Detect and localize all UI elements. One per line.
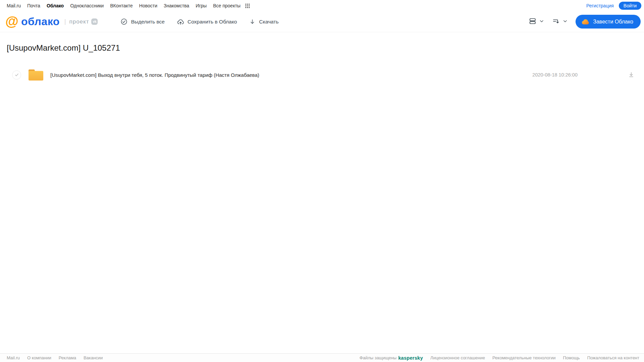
select-all-label: Выделить все [131, 19, 164, 25]
footer-link-help[interactable]: Помощь [563, 355, 580, 360]
view-mode-dropdown[interactable] [529, 17, 544, 27]
portal-link-mailru[interactable]: Mail.ru [7, 3, 21, 8]
header-controls: Завести Облако [529, 15, 641, 29]
portal-link-igry[interactable]: Игры [196, 3, 207, 8]
download-button[interactable]: Скачать [249, 18, 279, 25]
file-name[interactable]: [UsupovMarket.com] Выход внутри тебя, 5 … [50, 72, 259, 78]
footer-link-ads[interactable]: Реклама [59, 355, 76, 360]
vk-badge-icon: vk [91, 18, 98, 25]
save-to-cloud-button[interactable]: Сохранить в Облако [177, 18, 237, 25]
portal-navbar: Mail.ru Почта Облако Одноклассники ВКонт… [0, 0, 644, 11]
cloud-logo[interactable]: @ облако | проект vk [5, 15, 98, 28]
portal-link-odnoklassniki[interactable]: Одноклассники [70, 3, 104, 8]
portal-link-vkontakte[interactable]: ВКонтакте [110, 3, 133, 8]
sort-dropdown[interactable] [552, 17, 567, 27]
create-cloud-button[interactable]: Завести Облако [576, 15, 641, 29]
create-cloud-label: Завести Облако [593, 19, 633, 25]
portal-link-pochta[interactable]: Почта [27, 3, 40, 8]
portal-link-oblako[interactable]: Облако [47, 3, 64, 8]
portal-link-novosti[interactable]: Новости [139, 3, 157, 8]
download-label: Скачать [259, 19, 279, 25]
select-all-button[interactable]: Выделить все [120, 18, 164, 25]
footer-link-company[interactable]: О компании [27, 355, 51, 360]
portal-link-znakomstva[interactable]: Знакомства [164, 3, 189, 8]
list-view-icon [529, 17, 537, 27]
kaspersky-protection[interactable]: Файлы защищены kaspersky [359, 355, 423, 361]
portal-link-all-projects[interactable]: Все проекты [213, 3, 241, 8]
sort-icon [552, 17, 560, 27]
footer-link-vacancies[interactable]: Вакансии [84, 355, 103, 360]
check-circle-icon [120, 18, 128, 25]
footer-left-links: Mail.ru О компании Реклама Вакансии [7, 355, 103, 360]
file-row[interactable]: [UsupovMarket.com] Выход внутри тебя, 5 … [0, 67, 644, 83]
app-header: @ облако | проект vk Выделить все [0, 11, 644, 32]
protected-files-label: Файлы защищены [359, 355, 396, 360]
chevron-down-icon [539, 19, 544, 25]
logo-wordmark: облако [21, 15, 60, 28]
page-footer: Mail.ru О компании Реклама Вакансии Файл… [0, 353, 644, 362]
file-toolbar: Выделить все Сохранить в Облако Скачать [120, 18, 279, 25]
cloud-icon [581, 17, 590, 26]
cloud-upload-icon [177, 18, 184, 25]
footer-link-report[interactable]: Пожаловаться на контент [587, 355, 639, 360]
grid-dots-icon[interactable] [245, 3, 250, 8]
kaspersky-logo: kaspersky [398, 355, 423, 361]
main-content: [UsupovMarket.com] U_105271 [UsupovMarke… [0, 32, 644, 83]
chevron-down-icon [563, 19, 567, 25]
footer-link-recommendation[interactable]: Рекомендательные технологии [492, 355, 555, 360]
login-button[interactable]: Войти [619, 2, 641, 10]
portal-links: Mail.ru Почта Облако Одноклассники ВКонт… [7, 3, 250, 8]
footer-link-mailru[interactable]: Mail.ru [7, 355, 20, 360]
row-download-icon[interactable] [628, 71, 635, 78]
save-to-cloud-label: Сохранить в Облако [188, 19, 237, 25]
mailru-at-icon: @ [5, 14, 18, 28]
logo-divider: | [64, 18, 66, 25]
footer-link-license[interactable]: Лицензионное соглашение [430, 355, 485, 360]
file-date: 2020-08-18 10:26:00 [532, 72, 578, 77]
portal-auth: Регистрация Войти [586, 2, 641, 10]
registration-link[interactable]: Регистрация [586, 3, 614, 8]
download-arrow-icon [249, 18, 256, 25]
footer-right-links: Файлы защищены kaspersky Лицензионное со… [359, 355, 639, 361]
logo-project-label: проект [69, 18, 89, 25]
page-title: [UsupovMarket.com] U_105271 [0, 43, 644, 53]
folder-icon [28, 69, 44, 81]
row-checkbox[interactable] [12, 70, 21, 80]
